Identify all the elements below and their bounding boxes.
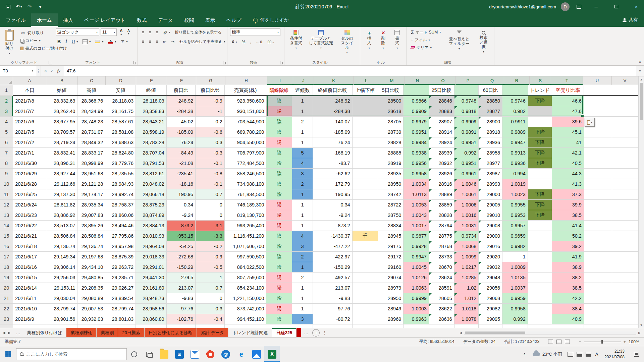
cell-H23[interactable]: 994,452,100	[224, 314, 266, 324]
cell-K3[interactable]: -284.38	[313, 106, 353, 116]
cell-R19[interactable]: 1.0135	[502, 272, 528, 283]
underline-button[interactable]: U ▾	[70, 38, 79, 45]
cell-M24[interactable]	[378, 324, 404, 328]
cell-N3[interactable]: 0.9909	[404, 106, 429, 116]
cell-A12[interactable]: 2021/6/24	[13, 199, 46, 210]
cell-S8[interactable]: 下降	[528, 158, 552, 168]
cell-S4[interactable]	[528, 116, 552, 127]
cell-O24[interactable]	[429, 324, 454, 328]
cell-C15[interactable]: 28,506.84	[77, 231, 105, 241]
cell-E9[interactable]: 28,812.61	[136, 168, 167, 179]
cell-T12[interactable]: 39.9	[552, 199, 584, 210]
cell-O18[interactable]: 28670	[429, 262, 454, 272]
format-cells-button[interactable]: 書式 ▾	[391, 28, 404, 51]
cell-B15[interactable]: 28,506.84	[46, 231, 77, 241]
row-header-12[interactable]: 12	[0, 199, 13, 210]
cell-A9[interactable]: 2021/6/29	[13, 168, 46, 179]
column-header-M[interactable]: M	[379, 76, 405, 85]
cell-K23[interactable]: -80.72	[313, 314, 353, 324]
cell-E15[interactable]: 28,010.93	[136, 231, 167, 241]
taskbar-mail-icon[interactable]	[187, 346, 203, 362]
cell-A5[interactable]: 2021/7/5	[13, 127, 46, 137]
cell-I11[interactable]: 陰	[266, 189, 292, 199]
cell-O1[interactable]: 25日比較	[429, 85, 454, 96]
cell-C24[interactable]	[77, 324, 105, 328]
align-bottom-button[interactable]: ≡	[154, 28, 160, 36]
cell-P15[interactable]: 0.9734	[454, 231, 479, 241]
cell-M8[interactable]: 28919	[378, 158, 404, 168]
cortana-button[interactable]	[127, 346, 142, 362]
cell-J19[interactable]: 2	[292, 272, 313, 283]
cell-C18[interactable]: 29,434.10	[77, 262, 105, 272]
cell-F10[interactable]: -18.16	[166, 179, 195, 189]
cell-D4[interactable]: 28,587.61	[105, 116, 136, 127]
cell-V23[interactable]	[612, 314, 638, 324]
avatar[interactable]: D	[561, 2, 570, 11]
insert-function-button[interactable]: fx	[57, 68, 60, 74]
cell-S3[interactable]	[528, 106, 552, 116]
cell-R18[interactable]: 1.0089	[502, 262, 528, 272]
restore-button[interactable]	[608, 0, 624, 13]
cell-L6[interactable]	[352, 137, 378, 147]
cell-M5[interactable]: 28739	[378, 127, 404, 137]
row-header-11[interactable]: 11	[0, 189, 13, 199]
cell-F12[interactable]: 0.34	[166, 199, 195, 210]
cell-C17[interactable]: 29,197.68	[77, 251, 105, 262]
paste-button[interactable]: 貼り付け ▾	[3, 28, 16, 57]
sheet-tab-colored[interactable]	[297, 328, 301, 337]
cell-C14[interactable]: 28,895.26	[77, 220, 105, 231]
cell-L18[interactable]	[352, 262, 378, 272]
cell-V20[interactable]	[612, 283, 638, 293]
cell-B22[interactable]: 28,799.74	[46, 303, 77, 314]
cell-M16[interactable]: 29175	[378, 241, 404, 251]
cell-H20[interactable]: 854,234,100	[224, 283, 266, 293]
cell-J24[interactable]	[292, 324, 313, 328]
cell-R8[interactable]: 0.9936	[502, 158, 528, 168]
cell-P5[interactable]: 0.9891	[454, 127, 479, 137]
cell-T8[interactable]: 40.5	[552, 158, 584, 168]
cell-L8[interactable]	[352, 158, 378, 168]
cell-F11[interactable]: 190.95	[166, 189, 195, 199]
cell-O17[interactable]: 28733	[429, 251, 454, 262]
cell-H10[interactable]: 734,988,100	[224, 179, 266, 189]
cell-V2[interactable]	[612, 96, 638, 106]
cell-J4[interactable]: 2	[292, 116, 313, 127]
cell-O5[interactable]: 28914	[429, 127, 454, 137]
ime-mode-icon[interactable]: A	[595, 352, 599, 357]
display-tray-icon[interactable]	[568, 352, 573, 357]
cell-S14[interactable]	[528, 220, 552, 231]
sheet-nav-right-arrow[interactable]: ▶	[8, 331, 11, 335]
cell-H16[interactable]: 1,071,606,700	[224, 241, 266, 251]
cell-H2[interactable]: 923,350,600	[224, 96, 266, 106]
cell-G1[interactable]: 前日比%	[196, 85, 225, 96]
cell-S1[interactable]: トレンド	[528, 85, 552, 96]
cell-C8[interactable]: 28,998.99	[77, 158, 105, 168]
sheet-tabs-overflow-right[interactable]: …	[301, 328, 311, 337]
cell-I23[interactable]: 陰	[266, 314, 292, 324]
cell-C1[interactable]: 高値	[77, 85, 105, 96]
cell-J16[interactable]: 3	[292, 241, 313, 251]
cell-G17[interactable]: -0.9	[196, 251, 225, 262]
cell-M9[interactable]: 28935	[378, 168, 404, 179]
cell-G9[interactable]: -0.8	[196, 168, 225, 179]
cell-B3[interactable]: 28,262.40	[46, 106, 77, 116]
cell-F18[interactable]: -150.29	[166, 262, 195, 272]
cell-U1[interactable]	[584, 85, 612, 96]
cell-F24[interactable]	[166, 324, 195, 328]
cell-S24[interactable]	[528, 324, 552, 328]
font-color-button[interactable]: A ▾	[106, 38, 118, 45]
cell-B5[interactable]: 28,709.57	[46, 127, 77, 137]
cell-I20[interactable]: 陽	[266, 283, 292, 293]
cell-C16[interactable]: 29,136.74	[77, 241, 105, 251]
autosum-button[interactable]: Σ オート SUM ▾	[409, 28, 442, 36]
cell-E6[interactable]: 28,783.28	[136, 137, 167, 147]
align-center-button[interactable]: ≡	[147, 38, 153, 45]
cell-R2[interactable]: 0.9746	[502, 96, 528, 106]
cell-R1[interactable]	[502, 85, 528, 96]
cell-S11[interactable]: 下降	[528, 189, 552, 199]
zoom-out-button[interactable]: −	[579, 340, 581, 344]
cell-L24[interactable]	[352, 324, 378, 328]
cell-A22[interactable]: 2021/6/10	[13, 303, 46, 314]
vertical-scrollbar[interactable]: ▲ ▼	[638, 76, 644, 328]
confirm-entry-button[interactable]: ✓	[50, 68, 54, 73]
